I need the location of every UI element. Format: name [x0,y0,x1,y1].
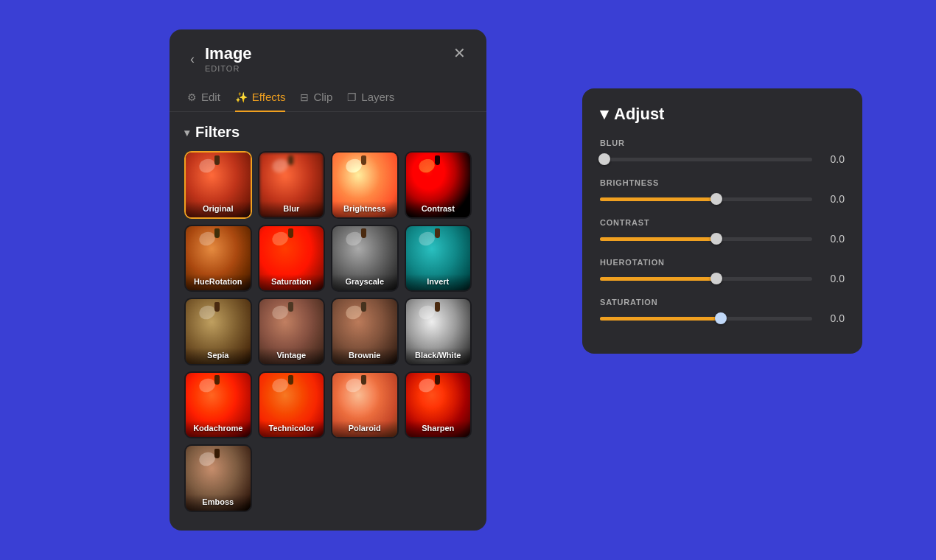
brightness-slider-row: 0.0 [600,193,845,205]
tabs-bar: ⚙ Edit ✨ Effects ⊟ Clip ❐ Layers [170,80,486,112]
contrast-slider[interactable] [600,237,812,241]
editor-panel: ‹ Image EDITOR ✕ ⚙ Edit ✨ Effects ⊟ Clip… [170,29,486,531]
tab-effects-label: Effects [252,91,286,103]
tab-edit-label: Edit [201,91,220,103]
adjust-title: ▾ Adjust [600,105,845,124]
filter-brownie[interactable]: Brownie [331,298,399,365]
filter-brightness[interactable]: Brightness [331,151,399,219]
layers-icon: ❐ [347,91,357,103]
brightness-value: 0.0 [821,193,845,205]
filter-contrast[interactable]: Contrast [405,151,472,219]
blur-section: BLUR 0.0 [600,139,845,165]
filters-section: ▾ Filters Original Blur [170,112,486,531]
saturation-thumb[interactable] [715,312,727,324]
contrast-thumb[interactable] [710,233,722,245]
saturation-slider-row: 0.0 [600,312,845,324]
filters-chevron-icon: ▾ [184,127,189,139]
tab-clip[interactable]: ⊟ Clip [300,91,332,112]
brightness-section: BRIGHTNESS 0.0 [600,178,845,205]
header-left: ‹ Image EDITOR [187,44,252,73]
saturation-slider[interactable] [600,317,812,321]
filter-grayscale[interactable]: Grayscale [331,225,399,293]
brightness-label: BRIGHTNESS [600,178,845,187]
saturation-section: SATURATION 0.0 [600,298,845,324]
filters-title-text: Filters [195,124,240,141]
filters-title: ▾ Filters [184,124,472,141]
contrast-label: CONTRAST [600,218,845,227]
filter-sharpen[interactable]: Sharpen [405,371,472,439]
huerotation-slider-row: 0.0 [600,273,845,284]
back-button[interactable]: ‹ [187,51,198,67]
huerotation-section: HUEROTATION 0.0 [600,258,845,284]
panel-subtitle: EDITOR [205,64,252,73]
effects-icon: ✨ [235,91,248,103]
filter-blackwhite[interactable]: Black/White [405,298,472,365]
contrast-section: CONTRAST 0.0 [600,218,845,245]
saturation-label: SATURATION [600,298,845,307]
tab-effects[interactable]: ✨ Effects [235,91,286,112]
filter-blur[interactable]: Blur [258,151,326,219]
saturation-fill [600,317,721,321]
filter-vintage[interactable]: Vintage [258,298,326,365]
contrast-slider-row: 0.0 [600,233,845,245]
huerotation-label: HUEROTATION [600,258,845,267]
blur-thumb[interactable] [598,153,610,165]
filter-invert[interactable]: Invert [405,225,472,293]
filter-grid: Original Blur Brightness [184,151,472,512]
huerotation-fill [600,277,716,281]
brightness-thumb[interactable] [710,193,722,205]
tab-clip-label: Clip [313,91,332,103]
tab-edit[interactable]: ⚙ Edit [187,91,220,112]
filter-huerotation[interactable]: HueRotation [184,225,252,293]
brightness-fill [600,197,716,201]
filter-sepia[interactable]: Sepia [184,298,252,365]
huerotation-thumb[interactable] [710,273,722,284]
filter-kodachrome[interactable]: Kodachrome [184,371,252,439]
filter-emboss[interactable]: Emboss [184,444,252,512]
tab-layers[interactable]: ❐ Layers [347,91,394,112]
edit-icon: ⚙ [187,91,197,103]
filter-saturation[interactable]: Saturation [258,225,326,293]
panel-title: Image [205,44,252,63]
contrast-value: 0.0 [821,233,845,245]
blur-slider[interactable] [600,158,812,161]
huerotation-slider[interactable] [600,277,812,281]
panel-header: ‹ Image EDITOR ✕ [170,29,486,73]
adjust-title-text: Adjust [614,105,664,124]
filter-polaroid[interactable]: Polaroid [331,371,399,439]
contrast-fill [600,237,716,241]
close-button[interactable]: ✕ [450,44,469,62]
huerotation-value: 0.0 [821,273,845,284]
clip-icon: ⊟ [300,91,309,103]
tab-layers-label: Layers [361,91,394,103]
adjust-panel: ▾ Adjust BLUR 0.0 BRIGHTNESS 0.0 CONTRAS… [582,88,862,354]
brightness-slider[interactable] [600,197,812,201]
blur-slider-row: 0.0 [600,153,845,165]
filter-technicolor[interactable]: Technicolor [258,371,326,439]
filter-original[interactable]: Original [184,151,252,219]
adjust-chevron-icon: ▾ [600,105,608,124]
saturation-value: 0.0 [821,312,845,324]
blur-label: BLUR [600,139,845,147]
blur-value: 0.0 [821,153,845,165]
title-block: Image EDITOR [205,44,252,73]
